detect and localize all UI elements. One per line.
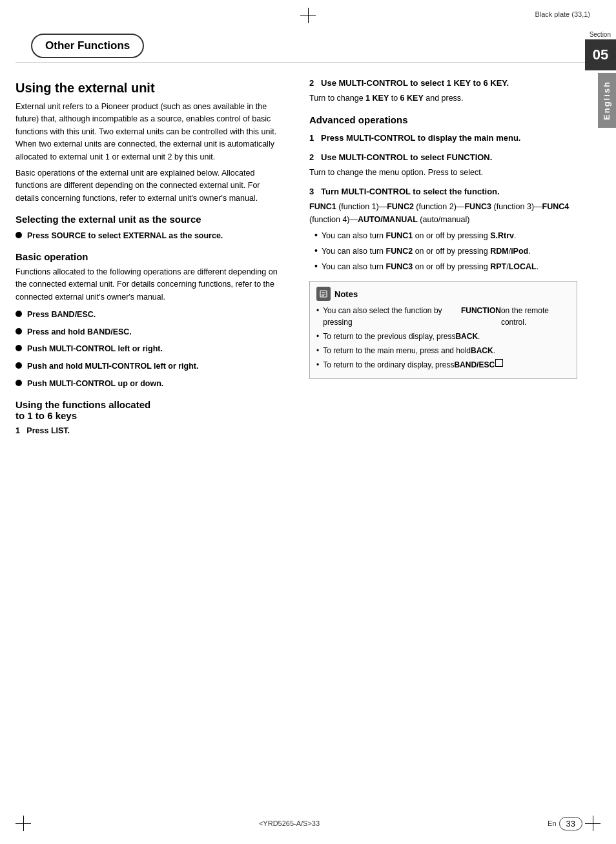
sub2-bullet-3: Push MULTI-CONTROL left or right. [15, 343, 283, 355]
footer-center-text: <YRD5265-A/S>33 [259, 819, 320, 827]
adv-step1: 1 Press MULTI-CONTROL to display the mai… [309, 132, 577, 145]
bullet-dot-1 [15, 311, 22, 317]
sub2-para: Functions allocated to the following ope… [15, 266, 283, 304]
pencil-icon [319, 289, 328, 298]
intro-para-1: External unit refers to a Pioneer produc… [15, 101, 283, 163]
notes-box: Notes You can also select the function b… [309, 281, 577, 379]
adv-sub-bullet-text-2: You can also turn FUNC2 on or off by pre… [322, 245, 531, 258]
left-column: Using the external unit External unit re… [0, 70, 296, 454]
sub2-bullet-text-2: Press and hold BAND/ESC. [27, 326, 132, 338]
section-number: 05 [585, 39, 616, 70]
notes-list: You can also select the function by pres… [316, 305, 570, 371]
section-badge-container: Section 05 English [585, 31, 616, 128]
note-item-2: To return to the previous display, press… [316, 331, 570, 342]
adv-step3: 3 Turn MULTI-CONTROL to select the funct… [309, 185, 577, 198]
step2-title: 2 Use MULTI-CONTROL to select 1 KEY to 6… [309, 77, 577, 90]
adv-sub-bullet-2: • You can also turn FUNC2 on or off by p… [314, 245, 577, 258]
bullet-dot-5 [15, 380, 22, 386]
sub-bullet-dot-1: • [314, 229, 318, 242]
other-functions-banner: Other Functions [31, 34, 144, 58]
page-header: Black plate (33,1) [0, 0, 616, 26]
footer-en-label: En [548, 819, 556, 827]
banner-title: Other Functions [45, 39, 130, 52]
top-crosshair [300, 8, 316, 23]
bullet-dot-2 [15, 328, 22, 335]
adv-sub-bullet-3: • You can also turn FUNC3 on or off by p… [314, 261, 577, 273]
section-label: Section [590, 31, 616, 38]
plate-text: Black plate (33,1) [535, 10, 590, 18]
notes-icon [316, 287, 331, 301]
sub2-bullet-5: Push MULTI-CONTROL up or down. [15, 378, 283, 390]
note-item-1: You can also select the function by pres… [316, 305, 570, 328]
sub1-bullet-text: Press SOURCE to select EXTERNAL as the s… [27, 230, 223, 242]
bullet-dot-4 [15, 362, 22, 369]
main-title: Using the external unit [15, 81, 283, 96]
notes-title: Notes [334, 289, 358, 299]
sub1-bullet-item: Press SOURCE to select EXTERNAL as the s… [15, 230, 283, 242]
bullet-dot [15, 232, 22, 238]
sub2-bullet-text-4: Push and hold MULTI-CONTROL left or righ… [27, 360, 199, 373]
sub2-bullet-text-1: Press BAND/ESC. [27, 309, 96, 321]
right-column: 2 Use MULTI-CONTROL to select 1 KEY to 6… [296, 70, 616, 454]
note-item-3: To return to the main menu, press and ho… [316, 345, 570, 356]
sub1-title: Selecting the external unit as the sourc… [15, 214, 283, 225]
english-label: English [598, 73, 616, 128]
adv-title: Advanced operations [309, 114, 577, 125]
sub3-title: Using the functions allocatedto 1 to 6 k… [15, 399, 283, 421]
inline-box-icon [495, 359, 503, 367]
page-footer: <YRD5265-A/S>33 En 33 [0, 816, 616, 831]
bottom-right-crosshair [585, 816, 601, 831]
footer-page-number: 33 [559, 817, 582, 830]
sub2-bullet-4: Push and hold MULTI-CONTROL left or righ… [15, 360, 283, 373]
sub2-bullet-2: Press and hold BAND/ESC. [15, 326, 283, 338]
adv-sub-bullet-1: • You can also turn FUNC1 on or off by p… [314, 230, 577, 242]
step2-para: Turn to change 1 KEY to 6 KEY and press. [309, 92, 577, 105]
main-content: Using the external unit External unit re… [0, 70, 616, 454]
adv-sub-bullet-text-3: You can also turn FUNC3 on or off by pre… [322, 261, 539, 273]
sub-bullet-dot-2: • [314, 244, 318, 258]
sub2-bullet-text-5: Push MULTI-CONTROL up or down. [27, 378, 163, 390]
sub2-bullet-1: Press BAND/ESC. [15, 309, 283, 321]
adv-step2: 2 Use MULTI-CONTROL to select FUNCTION. [309, 151, 577, 164]
adv-sub-bullet-text-1: You can also turn FUNC1 on or off by pre… [322, 230, 517, 242]
adv-step3-funcs: FUNC1 (function 1)—FUNC2 (function 2)—FU… [309, 201, 577, 226]
footer-right: En 33 [548, 816, 601, 831]
intro-para-2: Basic operations of the external unit ar… [15, 167, 283, 205]
sub2-bullet-text-3: Push MULTI-CONTROL left or right. [27, 343, 163, 355]
sub2-title: Basic operation [15, 251, 283, 262]
top-rule [15, 62, 601, 63]
bullet-dot-3 [15, 345, 22, 351]
sub3-step1: 1 Press LIST. [15, 425, 283, 437]
bottom-left-crosshair [15, 816, 31, 831]
sub-bullet-dot-3: • [314, 260, 318, 273]
note-item-4: To return to the ordinary display, press… [316, 359, 570, 371]
adv-step2-para: Turn to change the menu option. Press to… [309, 167, 577, 179]
notes-header: Notes [316, 287, 570, 301]
